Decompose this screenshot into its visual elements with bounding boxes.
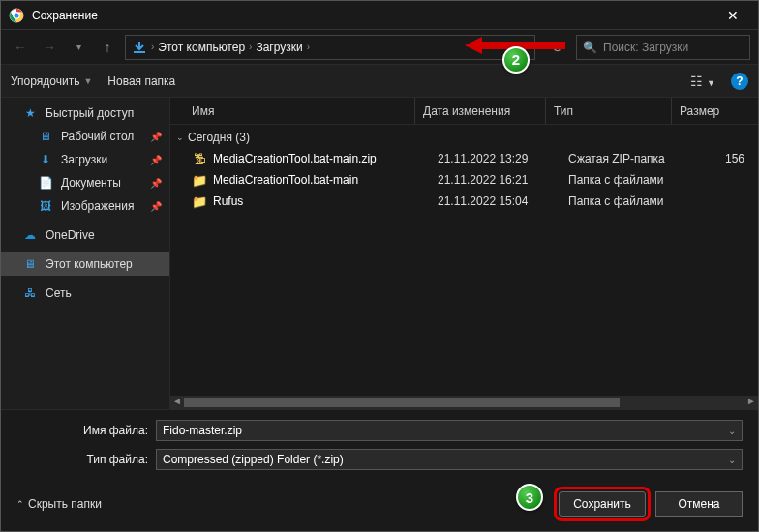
main-area: ★Быстрый доступ 🖥Рабочий стол📌 ⬇Загрузки…	[1, 98, 758, 409]
save-button[interactable]: Сохранить	[559, 491, 646, 517]
organize-button[interactable]: Упорядочить ▼	[11, 74, 92, 88]
file-type: Папка с файлами	[561, 173, 686, 187]
file-row[interactable]: 📁 Rufus 21.11.2022 15:04 Папка с файлами	[170, 191, 758, 212]
file-pane: Имя Дата изменения Тип Размер ⌄ Сегодня …	[170, 98, 758, 409]
sidebar-desktop[interactable]: 🖥Рабочий стол📌	[1, 125, 169, 148]
svg-point-2	[14, 12, 19, 17]
navbar: ← → ▾ ↑ › Этот компьютер › Загрузки › ⌄ …	[1, 30, 758, 65]
col-size[interactable]: Размер	[671, 98, 758, 124]
file-name: MediaCreationTool.bat-main.zip	[213, 152, 430, 165]
chevron-right-icon: ›	[307, 42, 310, 52]
filename-label: Имя файла:	[11, 424, 156, 437]
documents-icon: 📄	[38, 175, 53, 191]
cancel-button[interactable]: Отмена	[655, 491, 743, 517]
search-input[interactable]: 🔍 Поиск: Загрузки	[576, 35, 750, 60]
star-icon: ★	[22, 105, 38, 121]
file-date: 21.11.2022 13:29	[430, 152, 561, 165]
sidebar-documents[interactable]: 📄Документы📌	[1, 171, 169, 194]
pictures-icon: 🖼	[38, 198, 53, 214]
sidebar-thispc[interactable]: 🖥Этот компьютер	[1, 252, 169, 276]
recent-dropdown[interactable]: ▾	[67, 36, 90, 59]
pin-icon: 📌	[150, 201, 162, 212]
col-name[interactable]: Имя	[192, 104, 414, 118]
toolbar: Упорядочить ▼ Новая папка ☷ ▼ ?	[1, 65, 758, 98]
dialog-actions: ⌃ Скрыть папки 3 Сохранить Отмена	[1, 488, 758, 526]
app-icon	[9, 8, 24, 23]
folder-icon: 📁	[192, 172, 207, 188]
network-icon: 🖧	[22, 285, 38, 301]
chevron-down-icon: ⌄	[176, 133, 184, 142]
scroll-right-icon[interactable]: ►	[746, 396, 756, 406]
hide-folders-button[interactable]: ⌃ Скрыть папки	[16, 497, 102, 511]
folder-icon: 📁	[192, 193, 207, 209]
search-placeholder: Поиск: Загрузки	[603, 41, 688, 54]
file-type: Папка с файлами	[561, 194, 686, 208]
sidebar-onedrive[interactable]: ☁OneDrive	[1, 223, 169, 247]
downloads-icon: ⬇	[38, 152, 53, 167]
filetype-select[interactable]: Compressed (zipped) Folder (*.zip)⌄	[156, 449, 743, 470]
chevron-down-icon[interactable]: ⌄	[728, 455, 736, 465]
back-button[interactable]: ←	[9, 36, 32, 59]
pin-icon: 📌	[150, 132, 162, 142]
onedrive-icon: ☁	[22, 227, 38, 243]
close-button[interactable]: ✕	[715, 8, 750, 23]
chevron-down-icon[interactable]: ⌄	[728, 426, 736, 436]
group-header[interactable]: ⌄ Сегодня (3)	[170, 125, 758, 148]
sidebar-pictures[interactable]: 🖼Изображения📌	[1, 194, 169, 218]
horizontal-scrollbar[interactable]: ◄ ►	[170, 396, 758, 409]
sidebar-network[interactable]: 🖧Сеть	[1, 281, 169, 305]
help-button[interactable]: ?	[731, 73, 748, 90]
annotation-badge-2: 2	[502, 46, 530, 74]
view-options-button[interactable]: ☷ ▼	[690, 74, 715, 89]
file-date: 21.11.2022 16:21	[430, 173, 561, 187]
chevron-up-icon: ⌃	[16, 499, 24, 509]
breadcrumb-downloads[interactable]: Загрузки	[256, 41, 302, 54]
breadcrumb[interactable]: › Этот компьютер › Загрузки › ⌄	[125, 35, 535, 60]
file-size: 156	[686, 152, 758, 165]
pin-icon: 📌	[150, 155, 162, 165]
downloads-icon	[132, 40, 147, 55]
file-date: 21.11.2022 15:04	[430, 194, 561, 208]
sidebar-quickaccess[interactable]: ★Быстрый доступ	[1, 102, 169, 125]
svg-rect-3	[134, 51, 145, 53]
chevron-right-icon: ›	[151, 42, 154, 52]
up-button[interactable]: ↑	[96, 36, 119, 59]
filetype-label: Тип файла:	[11, 453, 156, 466]
search-icon: 🔍	[583, 41, 597, 54]
file-type: Сжатая ZIP-папка	[561, 152, 686, 165]
file-row[interactable]: 📁 MediaCreationTool.bat-main 21.11.2022 …	[170, 169, 758, 191]
newfolder-button[interactable]: Новая папка	[107, 74, 175, 88]
window-title: Сохранение	[32, 9, 715, 22]
scrollbar-thumb[interactable]	[184, 398, 620, 407]
col-date[interactable]: Дата изменения	[414, 98, 545, 124]
breadcrumb-pc[interactable]: Этот компьютер	[158, 41, 245, 54]
annotation-badge-3: 3	[516, 484, 543, 511]
forward-button[interactable]: →	[38, 36, 61, 59]
filename-input[interactable]: Fido-master.zip⌄	[156, 420, 743, 441]
chevron-right-icon: ›	[249, 42, 252, 52]
pc-icon: 🖥	[22, 256, 38, 272]
sidebar-downloads[interactable]: ⬇Загрузки📌	[1, 148, 169, 171]
column-headers[interactable]: Имя Дата изменения Тип Размер	[170, 98, 758, 125]
save-form: Имя файла: Fido-master.zip⌄ Тип файла: C…	[1, 409, 758, 488]
titlebar: Сохранение ✕	[1, 1, 758, 30]
file-name: MediaCreationTool.bat-main	[213, 173, 430, 187]
col-type[interactable]: Тип	[545, 98, 671, 124]
file-name: Rufus	[213, 194, 430, 208]
zip-icon: 🗜	[192, 151, 207, 166]
scroll-left-icon[interactable]: ◄	[172, 396, 182, 406]
pin-icon: 📌	[150, 178, 162, 189]
desktop-icon: 🖥	[38, 129, 53, 144]
file-row[interactable]: 🗜 MediaCreationTool.bat-main.zip 21.11.2…	[170, 148, 758, 169]
sidebar: ★Быстрый доступ 🖥Рабочий стол📌 ⬇Загрузки…	[1, 98, 170, 409]
